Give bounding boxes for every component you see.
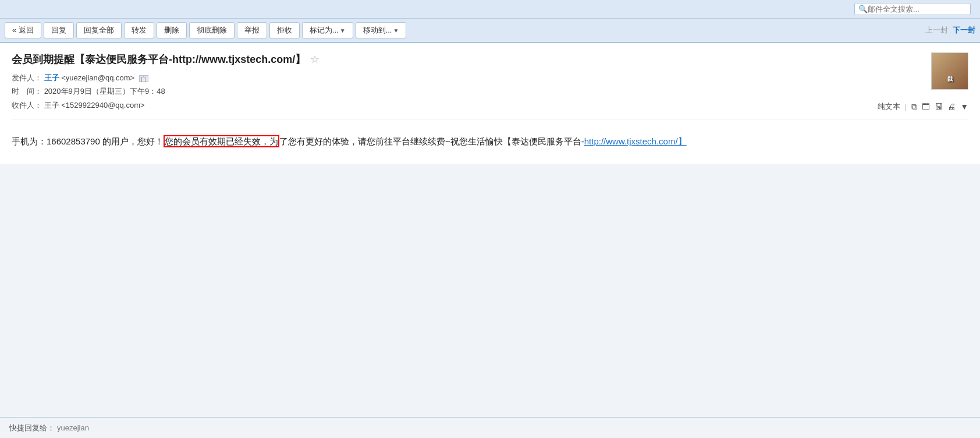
reply-all-button[interactable]: 回复全部	[76, 22, 122, 38]
window-icon[interactable]: 🗔	[922, 102, 930, 111]
next-email-link[interactable]: 下一封	[953, 25, 975, 36]
from-label: 发件人：	[12, 73, 42, 82]
mark-as-dropdown-arrow: ▼	[340, 27, 346, 34]
print-icon[interactable]: 🖨	[947, 102, 956, 111]
forward-button[interactable]: 转发	[124, 22, 154, 38]
plain-text-link[interactable]: 纯文本	[878, 101, 900, 112]
quick-reply-bar: 快捷回复给：	[0, 417, 980, 438]
email-header: 会员到期提醒【泰达便民服务平台-http://www.tjxstech.com/…	[12, 52, 968, 119]
divider: |	[905, 103, 907, 111]
search-icon: 🔍	[858, 5, 868, 13]
to-label: 收件人：	[12, 101, 42, 110]
to-row: 收件人： 王子 <1529922940@qq.com>	[12, 98, 968, 112]
move-to-dropdown-arrow: ▼	[393, 27, 399, 34]
sender-name[interactable]: 王子	[44, 73, 59, 82]
back-button[interactable]: « 返回	[5, 22, 41, 38]
email-actions-right: 纯文本 | ⧉ 🗔 🖫 🖨 ▼	[878, 101, 968, 112]
search-input[interactable]	[868, 5, 967, 13]
star-icon[interactable]: ☆	[310, 53, 319, 66]
email-meta: 发件人： 王子 <yuezejian@qq.com> 📋 时 间： 2020年9…	[12, 71, 968, 112]
reply-button[interactable]: 回复	[44, 22, 74, 38]
recipient-email: <1529922940@qq.com>	[61, 101, 144, 110]
toolbar: « 返回 回复 回复全部 转发 删除 彻底删除 举报 拒收 标记为... ▼ 移…	[0, 19, 980, 43]
delete-permanent-button[interactable]: 彻底删除	[189, 22, 235, 38]
email-body-text: 手机为：16602853790 的用户，您好！您的会员有效期已经失效，为了您有更…	[12, 133, 968, 150]
time-value: 2020年9月9日（星期三）下午9：48	[44, 87, 165, 96]
top-bar: 🔍	[0, 0, 980, 19]
avatar: 我以白	[931, 52, 968, 90]
contact-card-icon[interactable]: 📋	[139, 75, 148, 82]
sender-email: <yuezejian@qq.com>	[61, 73, 134, 82]
search-box[interactable]: 🔍	[854, 3, 971, 15]
from-row: 发件人： 王子 <yuezejian@qq.com> 📋	[12, 71, 968, 84]
delete-button[interactable]: 删除	[157, 22, 187, 38]
email-body: 手机为：16602853790 的用户，您好！您的会员有效期已经失效，为了您有更…	[12, 129, 968, 155]
recipient-name: 王子	[44, 101, 59, 110]
email-container: 会员到期提醒【泰达便民服务平台-http://www.tjxstech.com/…	[0, 43, 980, 164]
quick-reply-input[interactable]	[57, 423, 971, 432]
copy-icon[interactable]: ⧉	[911, 102, 917, 112]
email-nav: 上一封 下一封	[925, 25, 975, 36]
time-label: 时 间：	[12, 87, 42, 96]
body-highlighted: 您的会员有效期已经失效，为	[164, 135, 279, 147]
body-link[interactable]: http://www.tjxstech.com/】	[584, 136, 687, 146]
save-icon[interactable]: 🖫	[935, 102, 943, 111]
subject-line: 会员到期提醒【泰达便民服务平台-http://www.tjxstech.com/…	[12, 52, 968, 66]
time-row: 时 间： 2020年9月9日（星期三）下午9：48	[12, 84, 968, 98]
reject-button[interactable]: 拒收	[269, 22, 300, 38]
avatar-image: 我以白	[932, 53, 968, 89]
mark-as-button[interactable]: 标记为... ▼	[302, 22, 353, 38]
prev-email-link[interactable]: 上一封	[925, 25, 948, 36]
email-subject: 会员到期提醒【泰达便民服务平台-http://www.tjxstech.com/…	[12, 52, 306, 66]
body-post-highlight: 了您有更好的体验，请您前往平台继续续费~祝您生活愉快【泰达便民服务平台-	[279, 136, 584, 146]
body-pre-highlight: 手机为：16602853790 的用户，您好！	[12, 136, 164, 146]
report-button[interactable]: 举报	[237, 22, 267, 38]
more-icon[interactable]: ▼	[960, 102, 968, 111]
quick-reply-label: 快捷回复给：	[9, 423, 55, 433]
move-to-button[interactable]: 移动到... ▼	[356, 22, 407, 38]
